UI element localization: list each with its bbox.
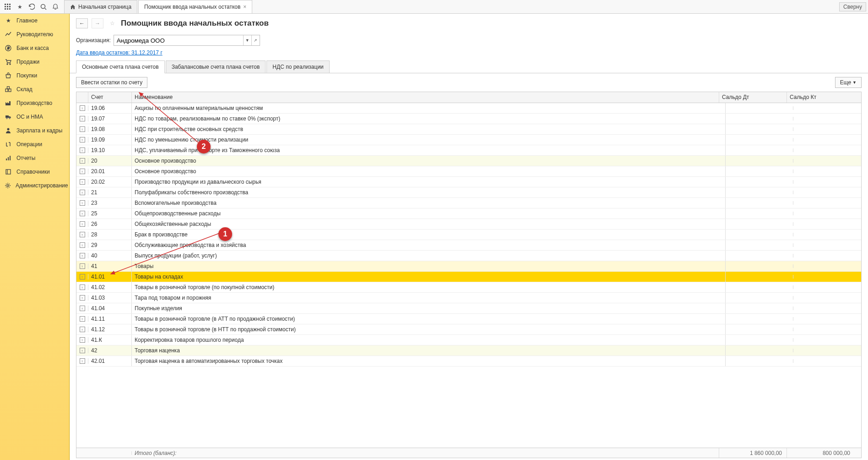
cell-name: НДС при строительстве основных средств xyxy=(132,124,726,134)
cell-name: Акцизы по оплаченным материальным ценнос… xyxy=(132,103,726,113)
table-row[interactable]: т41.02Товары в розничной торговле (по по… xyxy=(76,282,861,293)
cell-account: 41.02 xyxy=(88,282,132,292)
cell-dt xyxy=(726,285,793,289)
svg-point-9 xyxy=(41,4,45,8)
history-icon[interactable] xyxy=(26,1,38,13)
table-row[interactable]: т26Общехозяйственные расходы xyxy=(76,219,861,230)
footer-dt: 1 860 000,00 xyxy=(719,448,787,458)
bars-icon xyxy=(5,154,12,162)
svg-rect-8 xyxy=(9,8,11,10)
sidebar-item-manager[interactable]: Руководителю xyxy=(0,27,69,41)
tab-balance-helper[interactable]: Помощник ввода начальных остатков × xyxy=(138,0,252,13)
apps-icon[interactable] xyxy=(2,1,14,13)
svg-point-21 xyxy=(7,128,10,131)
table-row[interactable]: т19.08НДС при строительстве основных сре… xyxy=(76,124,861,135)
svg-point-13 xyxy=(7,64,8,65)
table-row[interactable]: т20.01Основное производство xyxy=(76,166,861,177)
bell-icon[interactable] xyxy=(49,1,61,13)
sidebar-item-production[interactable]: Производство xyxy=(0,96,69,110)
table-row[interactable]: т41.01Товары на складах xyxy=(76,272,861,282)
table-row[interactable]: т21Полуфабрикаты собственного производст… xyxy=(76,187,861,198)
subtab-vat-sales[interactable]: НДС по реализации xyxy=(266,60,329,73)
table-row[interactable]: т40Выпуск продукции (работ, услуг) xyxy=(76,251,861,261)
table-row[interactable]: т42Торговая наценка xyxy=(76,345,861,356)
sidebar-item-assets[interactable]: ОС и НМА xyxy=(0,110,69,124)
sidebar-item-warehouse[interactable]: Склад xyxy=(0,82,69,96)
svg-line-10 xyxy=(45,8,46,10)
sidebar-item-operations[interactable]: Операции xyxy=(0,137,69,151)
table-row[interactable]: т41.ККорректировка товаров прошлого пери… xyxy=(76,335,861,345)
collapse-button[interactable]: Сверну xyxy=(839,2,866,11)
cell-account: 41.04 xyxy=(88,303,132,313)
table-row[interactable]: т19.09НДС по уменьшению стоимости реализ… xyxy=(76,135,861,145)
table-row[interactable]: т25Общепроизводственные расходы xyxy=(76,208,861,219)
col-dt-header[interactable]: Сальдо Дт xyxy=(719,92,787,103)
table-row[interactable]: т41.04Покупные изделия xyxy=(76,303,861,314)
account-icon: т xyxy=(76,221,88,227)
account-icon: т xyxy=(76,358,88,364)
col-name-header[interactable]: Наименование xyxy=(132,92,719,103)
sidebar-item-bank[interactable]: ₽Банк и касса xyxy=(0,41,69,55)
table-row[interactable]: т20Основное производство xyxy=(76,156,861,166)
table-row[interactable]: т41Товары xyxy=(76,261,861,272)
sidebar-item-payroll[interactable]: Зарплата и кадры xyxy=(0,124,69,137)
cell-kt xyxy=(793,296,861,300)
person-icon xyxy=(5,127,12,134)
enter-balance-button[interactable]: Ввести остатки по счету xyxy=(76,77,147,88)
account-icon: т xyxy=(76,179,88,185)
search-icon[interactable] xyxy=(38,1,49,13)
sidebar-item-catalogs[interactable]: Справочники xyxy=(0,165,69,179)
tab-home[interactable]: Начальная страница xyxy=(64,0,137,13)
cell-dt xyxy=(726,359,793,363)
warehouse-icon xyxy=(5,86,12,93)
cell-dt xyxy=(726,148,793,152)
footer-label: Итого (баланс): xyxy=(132,448,719,458)
sidebar-item-purchases[interactable]: Покупки xyxy=(0,69,69,82)
more-button[interactable]: Еще ▼ xyxy=(835,77,862,88)
table-row[interactable]: т28Брак в производстве xyxy=(76,230,861,240)
svg-rect-25 xyxy=(6,170,11,174)
col-account-header[interactable]: Счет xyxy=(88,92,132,103)
table-row[interactable]: т19.06Акцизы по оплаченным материальным … xyxy=(76,103,861,114)
open-icon[interactable]: ↗ xyxy=(251,35,260,45)
sidebar-item-sales[interactable]: Продажи xyxy=(0,55,69,69)
star-icon: ★ xyxy=(5,17,12,24)
subtab-main-accounts[interactable]: Основные счета плана счетов xyxy=(76,60,165,73)
cell-name: Покупные изделия xyxy=(132,303,726,313)
favorite-star-icon[interactable]: ☆ xyxy=(107,18,117,28)
table-row[interactable]: т41.03Тара под товаром и порожняя xyxy=(76,293,861,303)
cell-kt xyxy=(793,180,861,184)
cell-name: НДС по товарам, реализованным по ставке … xyxy=(132,114,726,124)
grid-body[interactable]: т19.06Акцизы по оплаченным материальным … xyxy=(76,103,861,448)
cell-name: Производство продукции из давальческого … xyxy=(132,177,726,187)
table-row[interactable]: т19.10НДС, уплачиваемый при импорте из Т… xyxy=(76,145,861,156)
table-row[interactable]: т19.07НДС по товарам, реализованным по с… xyxy=(76,114,861,124)
favorite-icon[interactable]: ★ xyxy=(14,1,26,13)
sidebar-item-admin[interactable]: Администрирование xyxy=(0,179,69,192)
gear-icon xyxy=(5,182,11,189)
cell-kt xyxy=(793,148,861,152)
account-icon: т xyxy=(76,327,88,332)
balance-date-link[interactable]: Дата ввода остатков: 31.12.2017 г xyxy=(76,49,163,56)
table-row[interactable]: т20.02Производство продукции из давальче… xyxy=(76,177,861,187)
forward-button[interactable]: → xyxy=(92,18,103,28)
cell-kt xyxy=(793,159,861,163)
table-row[interactable]: т29Обслуживающие производства и хозяйств… xyxy=(76,240,861,251)
col-kt-header[interactable]: Сальдо Кт xyxy=(787,92,855,103)
table-row[interactable]: т23Вспомогательные производства xyxy=(76,198,861,208)
close-icon[interactable]: × xyxy=(243,4,246,10)
org-combo[interactable]: ▼ ↗ xyxy=(114,35,260,46)
table-row[interactable]: т41.12Товары в розничной торговле (в НТТ… xyxy=(76,324,861,335)
sidebar-item-main[interactable]: ★Главное xyxy=(0,14,69,27)
org-input[interactable] xyxy=(114,35,243,45)
table-row[interactable]: т41.11Товары в розничной торговле (в АТТ… xyxy=(76,314,861,324)
account-icon: т xyxy=(76,200,88,206)
cell-account: 40 xyxy=(88,251,132,261)
table-row[interactable]: т42.01Торговая наценка в автоматизирован… xyxy=(76,356,861,367)
dropdown-icon[interactable]: ▼ xyxy=(243,35,251,45)
svg-rect-1 xyxy=(7,4,8,5)
sidebar-item-reports[interactable]: Отчеты xyxy=(0,151,69,165)
back-button[interactable]: ← xyxy=(76,18,88,28)
subtab-offbalance-accounts[interactable]: Забалансовые счета плана счетов xyxy=(166,60,266,73)
account-icon: т xyxy=(76,285,88,290)
